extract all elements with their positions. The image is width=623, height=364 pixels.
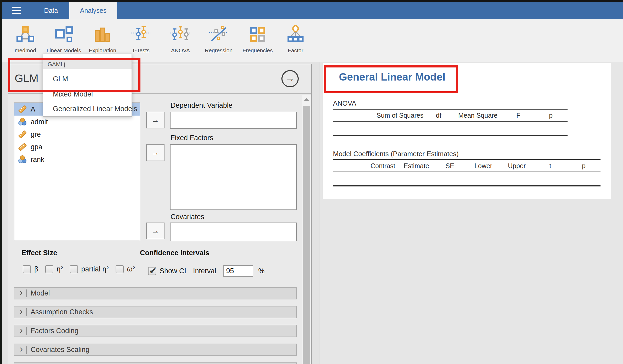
- continuous-variable-icon: [18, 130, 27, 139]
- ribbon-item-anova[interactable]: ANOVA: [161, 25, 200, 59]
- variable-name: gre: [31, 130, 41, 139]
- results-title: General Linear Model: [339, 71, 445, 83]
- right-arrow-icon: →: [151, 148, 159, 157]
- dependent-variable-label: Dependent Variable: [171, 101, 233, 110]
- column-header: Mean Square: [453, 112, 503, 119]
- menu-item-label: GLM: [53, 75, 68, 83]
- anova-icon: [170, 25, 191, 45]
- show-ci-checkbox[interactable]: ✔: [148, 267, 156, 275]
- percent-label: %: [258, 267, 265, 275]
- variable-row[interactable]: admit: [14, 116, 140, 128]
- move-to-fixed-factors-button[interactable]: →: [146, 144, 165, 161]
- menu-item-glm[interactable]: GLM: [43, 74, 132, 84]
- ribbon-label: Exploration: [89, 47, 116, 54]
- column-header: Estimate: [400, 162, 433, 170]
- coefficients-table-header: Contrast Estimate SE Lower Upper t p: [333, 160, 601, 172]
- confidence-intervals-title: Confidence Intervals: [140, 249, 209, 257]
- column-header: p: [534, 112, 568, 119]
- linear-models-dropdown-menu: GAMLj GLM Mixed Model Generalized Linear…: [43, 54, 132, 117]
- move-to-dependent-button[interactable]: →: [146, 112, 165, 128]
- menu-item-label: Generalized Linear Models: [53, 105, 137, 113]
- coefficients-table-body: [333, 172, 601, 186]
- covariates-label: Covariates: [171, 213, 204, 221]
- scrollbar-thumb[interactable]: [303, 106, 310, 364]
- window-edge: [0, 0, 623, 2]
- variable-row[interactable]: gre: [14, 128, 140, 141]
- nominal-variable-icon: [18, 117, 27, 126]
- column-header: Lower: [467, 162, 500, 170]
- medmod-icon: [15, 25, 36, 45]
- ribbon-item-regression[interactable]: Regression: [199, 25, 238, 59]
- column-header: t: [534, 162, 567, 170]
- variable-row[interactable]: gpa: [14, 141, 140, 153]
- regression-icon: [208, 25, 229, 45]
- tab-data[interactable]: Data: [31, 2, 71, 19]
- variable-name: gpa: [31, 143, 42, 151]
- beta-checkbox[interactable]: ✔: [23, 265, 31, 273]
- app-header-bar: Data Analyses: [2, 2, 623, 19]
- section-model[interactable]: › Model: [14, 287, 297, 299]
- variable-row[interactable]: rank: [14, 153, 140, 166]
- eta-squared-checkbox[interactable]: ✔: [45, 265, 53, 273]
- ribbon-label: Factor: [288, 47, 303, 54]
- continuous-variable-icon: [18, 143, 27, 151]
- column-header: Sum of Squares: [376, 112, 424, 119]
- t-tests-icon: [131, 25, 151, 45]
- partial-eta-squared-checkbox[interactable]: ✔: [70, 265, 78, 273]
- linear-models-icon: [54, 25, 74, 45]
- frequencies-icon: [247, 25, 268, 45]
- interval-input[interactable]: [223, 265, 253, 277]
- hamburger-menu-icon[interactable]: [12, 7, 24, 15]
- menu-item-generalized-linear-models[interactable]: Generalized Linear Models: [43, 104, 132, 114]
- nominal-variable-icon: [18, 155, 27, 164]
- continuous-variable-icon: [18, 105, 27, 114]
- tab-analyses[interactable]: Analyses: [69, 2, 117, 19]
- section-assumption-checks[interactable]: › Assumption Checks: [14, 306, 297, 318]
- covariates-box[interactable]: [170, 223, 297, 241]
- column-header: F: [503, 112, 534, 119]
- variable-name: A: [31, 105, 35, 113]
- menu-item-mixed-model[interactable]: Mixed Model: [43, 89, 132, 99]
- variable-name: rank: [31, 156, 44, 164]
- ribbon-label: T-Tests: [132, 47, 150, 54]
- section-partial[interactable]: [14, 362, 297, 364]
- move-to-covariates-button[interactable]: →: [146, 223, 165, 239]
- anova-table-body: [333, 122, 568, 136]
- menu-group-label: GAMLj: [48, 61, 65, 68]
- column-header: Contrast: [366, 162, 400, 170]
- ribbon-label: Frequencies: [242, 47, 273, 54]
- effect-size-options: ✔ β ✔ η² ✔ partial η² ✔ ω²: [23, 265, 142, 273]
- section-factors-coding[interactable]: › Factors Coding: [14, 325, 297, 337]
- section-label: Model: [31, 289, 50, 297]
- panel-title: GLM: [15, 72, 38, 85]
- interval-label: Interval: [193, 267, 216, 275]
- omega-squared-label: ω²: [127, 265, 135, 273]
- ribbon-item-frequencies[interactable]: Frequencies: [238, 25, 277, 59]
- show-ci-label: Show CI: [160, 267, 186, 275]
- run-analysis-button[interactable]: →: [281, 70, 299, 87]
- ribbon-item-factor[interactable]: Factor: [276, 25, 315, 59]
- fixed-factors-box[interactable]: [170, 144, 297, 210]
- factor-icon: [285, 25, 306, 45]
- ribbon-label: Regression: [205, 47, 233, 54]
- variable-list[interactable]: A admit gre: [14, 103, 140, 241]
- variable-name: admit: [31, 118, 48, 126]
- panel-scrollbar[interactable]: [302, 95, 311, 364]
- right-arrow-icon: →: [285, 73, 295, 83]
- jamovi-window: Data Analyses medmod Linear Models: [0, 0, 623, 364]
- scroll-up-icon[interactable]: [304, 98, 309, 101]
- section-covariates-scaling[interactable]: › Covariates Scaling: [14, 344, 297, 356]
- column-header: df: [424, 112, 453, 119]
- confidence-intervals-options: ✔ Show CI Interval %: [148, 265, 271, 277]
- right-arrow-icon: →: [151, 226, 159, 235]
- results-page: General Linear Model ANOVA Sum of Square…: [323, 63, 611, 199]
- omega-squared-checkbox[interactable]: ✔: [116, 265, 124, 273]
- column-header: Upper: [500, 162, 534, 170]
- exploration-icon: [92, 25, 113, 45]
- results-panel: General Linear Model ANOVA Sum of Square…: [320, 62, 623, 364]
- menu-item-label: Mixed Model: [53, 90, 93, 98]
- ribbon-item-medmod[interactable]: medmod: [6, 25, 45, 59]
- section-label: Assumption Checks: [31, 308, 93, 316]
- section-label: Factors Coding: [31, 327, 78, 335]
- dependent-variable-box[interactable]: [170, 112, 297, 129]
